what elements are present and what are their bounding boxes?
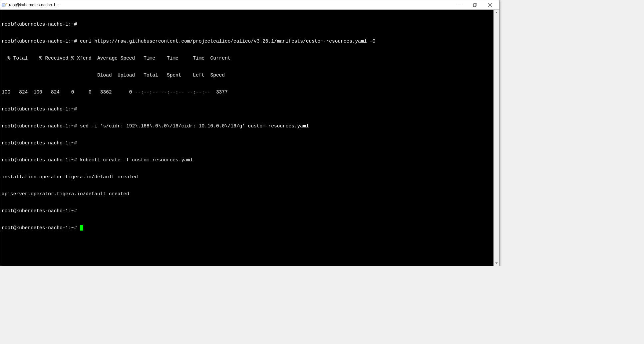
svg-line-2: [5, 4, 7, 5]
terminal-line: root@kubernetes-nacho-1:~#: [2, 140, 498, 146]
scroll-down-arrow[interactable]: [493, 260, 499, 266]
terminal-line: % Total % Received % Xferd Average Speed…: [2, 56, 498, 61]
terminal-line: root@kubernetes-nacho-1:~#: [2, 208, 498, 214]
svg-point-3: [6, 3, 7, 4]
terminal-line: apiserver.operator.tigera.io/default cre…: [2, 191, 498, 197]
terminal-line: root@kubernetes-nacho-1:~#: [2, 22, 498, 27]
terminal-line: root@kubernetes-nacho-1:~# kubectl creat…: [2, 157, 498, 163]
titlebar[interactable]: root@kubernetes-nacho-1: ~: [0, 0, 499, 10]
minimize-button[interactable]: [452, 0, 467, 10]
terminal-area[interactable]: root@kubernetes-nacho-1:~# root@kubernet…: [0, 10, 499, 266]
terminal-cursor: [80, 225, 83, 231]
scroll-up-arrow[interactable]: [493, 10, 499, 15]
terminal-line: root@kubernetes-nacho-1:~# curl https://…: [2, 39, 498, 44]
svg-marker-10: [495, 262, 498, 264]
terminal-prompt: root@kubernetes-nacho-1:~#: [2, 225, 80, 231]
svg-rect-5: [473, 4, 476, 7]
putty-icon: [2, 2, 7, 8]
svg-rect-6: [474, 3, 477, 6]
scroll-track[interactable]: [493, 15, 499, 260]
terminal-line: 100 824 100 824 0 0 3362 0 --:--:-- --:-…: [2, 89, 498, 95]
terminal-line: Dload Upload Total Spent Left Speed: [2, 73, 498, 78]
window-title: root@kubernetes-nacho-1: ~: [9, 3, 452, 7]
svg-marker-9: [495, 12, 498, 13]
maximize-button[interactable]: [467, 0, 483, 10]
terminal-line: installation.operator.tigera.io/default …: [2, 174, 498, 180]
terminal-window: root@kubernetes-nacho-1: ~ root@kubernet…: [0, 0, 499, 266]
terminal-line: root@kubernetes-nacho-1:~# sed -i 's/cid…: [2, 123, 498, 129]
terminal-line: root@kubernetes-nacho-1:~#: [2, 106, 498, 112]
close-button[interactable]: [483, 0, 498, 10]
terminal-prompt-line: root@kubernetes-nacho-1:~#: [2, 225, 498, 231]
scrollbar[interactable]: [493, 10, 499, 266]
window-controls: [452, 0, 498, 10]
svg-rect-1: [2, 4, 5, 6]
